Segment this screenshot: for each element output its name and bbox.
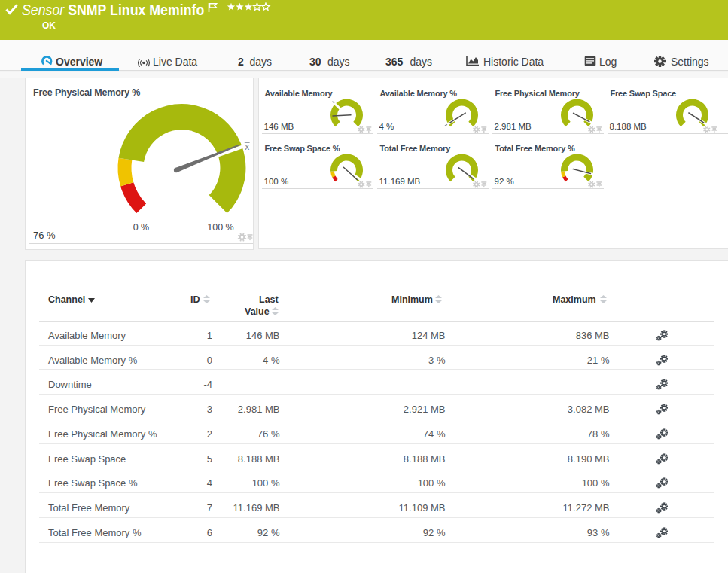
svg-text:0 %: 0 % xyxy=(133,222,150,233)
svg-text:100 %: 100 % xyxy=(207,222,233,233)
svg-text:x: x xyxy=(245,142,249,152)
